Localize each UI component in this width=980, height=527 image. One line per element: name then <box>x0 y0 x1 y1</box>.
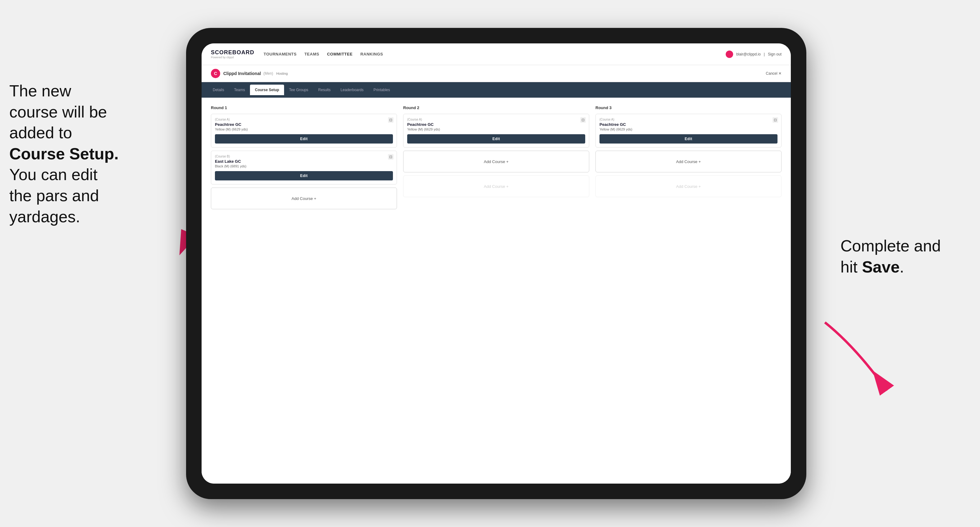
round-3-column: Round 3 ⊡ (Course A) Peachtree GC Yellow… <box>595 105 781 212</box>
sub-nav: C Clippd Invitational (Men) Hosting Canc… <box>202 65 791 82</box>
tablet-screen: SCOREBOARD Powered by clippd TOURNAMENTS… <box>202 43 791 484</box>
course-name-r1-b: East Lake GC <box>215 159 393 163</box>
tournament-logo: C <box>211 69 220 78</box>
round-1-column: Round 1 ⊡ (Course A) Peachtree GC Yellow… <box>211 105 397 212</box>
annotation-right: Complete and hit Save. <box>840 236 971 278</box>
nav-committee[interactable]: COMMITTEE <box>327 50 353 58</box>
round-2-column: Round 2 ⊡ (Course A) Peachtree GC Yellow… <box>403 105 589 212</box>
course-tee-r1-b: Black (M) (6891 yds) <box>215 164 393 168</box>
tab-leaderboards[interactable]: Leaderboards <box>336 85 368 95</box>
course-card-r1-a: ⊡ (Course A) Peachtree GC Yellow (M) (66… <box>211 114 397 148</box>
tablet: SCOREBOARD Powered by clippd TOURNAMENTS… <box>186 28 806 499</box>
add-course-r3[interactable]: Add Course + <box>595 151 781 172</box>
tab-tee-groups[interactable]: Tee Groups <box>284 85 313 95</box>
course-label-r1-a: (Course A) <box>215 118 393 121</box>
nav-separator: | <box>764 52 765 56</box>
tab-printables[interactable]: Printables <box>368 85 395 95</box>
tournament-gender: (Men) <box>263 71 273 76</box>
add-course-label-r1: Add Course + <box>291 196 316 201</box>
course-name-r1-a: Peachtree GC <box>215 122 393 127</box>
logo-scoreboard: SCOREBOARD <box>211 49 254 56</box>
round-2-title: Round 2 <box>403 105 589 110</box>
annotation-left: The new course will be added to Course S… <box>9 81 164 227</box>
course-card-r2-a: ⊡ (Course A) Peachtree GC Yellow (M) (66… <box>403 114 589 148</box>
nav-teams[interactable]: TEAMS <box>304 50 319 58</box>
delete-icon-r2-a[interactable]: ⊡ <box>580 117 586 123</box>
edit-button-r2-a[interactable]: Edit <box>407 134 585 143</box>
cancel-button[interactable]: Cancel ✕ <box>766 71 781 76</box>
round-3-title: Round 3 <box>595 105 781 110</box>
sign-out-link[interactable]: Sign out <box>768 52 781 56</box>
add-course-r1[interactable]: Add Course + <box>211 187 397 209</box>
add-course-label-r3-disabled: Add Course + <box>676 184 701 189</box>
nav-links: TOURNAMENTS TEAMS COMMITTEE RANKINGS <box>264 50 726 58</box>
tab-results[interactable]: Results <box>313 85 336 95</box>
user-email: blair@clippd.io <box>736 52 761 56</box>
tab-bar: Details Teams Course Setup Tee Groups Re… <box>202 82 791 98</box>
course-setup-highlight: Course Setup. <box>9 145 119 163</box>
logo-sub: Powered by clippd <box>211 56 254 59</box>
course-card-r1-b: ⊡ (Course B) East Lake GC Black (M) (689… <box>211 151 397 184</box>
course-tee-r2-a: Yellow (M) (6629 yds) <box>407 127 585 131</box>
course-label-r3-a: (Course A) <box>600 118 778 121</box>
tab-details[interactable]: Details <box>208 85 229 95</box>
add-course-r2-disabled: Add Course + <box>403 175 589 197</box>
course-name-r2-a: Peachtree GC <box>407 122 585 127</box>
course-name-r3-a: Peachtree GC <box>600 122 778 127</box>
course-tee-r1-a: Yellow (M) (6629 yds) <box>215 127 393 131</box>
course-card-r3-a: ⊡ (Course A) Peachtree GC Yellow (M) (66… <box>595 114 781 148</box>
delete-icon-r3-a[interactable]: ⊡ <box>773 117 778 123</box>
add-course-label-r2: Add Course + <box>484 159 509 164</box>
logo-area: SCOREBOARD Powered by clippd <box>211 49 254 59</box>
nav-tournaments[interactable]: TOURNAMENTS <box>264 50 296 58</box>
course-tee-r3-a: Yellow (M) (6629 yds) <box>600 127 778 131</box>
hosting-badge: Hosting <box>276 71 288 75</box>
delete-icon-r1-a[interactable]: ⊡ <box>388 117 393 123</box>
add-course-r2[interactable]: Add Course + <box>403 151 589 172</box>
tab-teams[interactable]: Teams <box>229 85 250 95</box>
user-avatar <box>726 51 733 58</box>
edit-button-r1-b[interactable]: Edit <box>215 171 393 181</box>
edit-button-r3-a[interactable]: Edit <box>600 134 778 143</box>
edit-button-r1-a[interactable]: Edit <box>215 134 393 143</box>
round-1-title: Round 1 <box>211 105 397 110</box>
top-nav: SCOREBOARD Powered by clippd TOURNAMENTS… <box>202 43 791 65</box>
add-course-label-r3: Add Course + <box>676 159 701 164</box>
tab-course-setup[interactable]: Course Setup <box>250 85 284 95</box>
add-course-label-r2-disabled: Add Course + <box>484 184 509 189</box>
main-content: Round 1 ⊡ (Course A) Peachtree GC Yellow… <box>202 98 791 484</box>
nav-rankings[interactable]: RANKINGS <box>360 50 383 58</box>
rounds-grid: Round 1 ⊡ (Course A) Peachtree GC Yellow… <box>211 105 781 212</box>
arrow-right <box>806 316 905 403</box>
add-course-r3-disabled: Add Course + <box>595 175 781 197</box>
course-label-r2-a: (Course A) <box>407 118 585 121</box>
tournament-name: Clippd Invitational <box>223 71 261 76</box>
nav-right: blair@clippd.io | Sign out <box>726 51 781 58</box>
delete-icon-r1-b[interactable]: ⊡ <box>388 154 393 160</box>
course-label-r1-b: (Course B) <box>215 155 393 158</box>
